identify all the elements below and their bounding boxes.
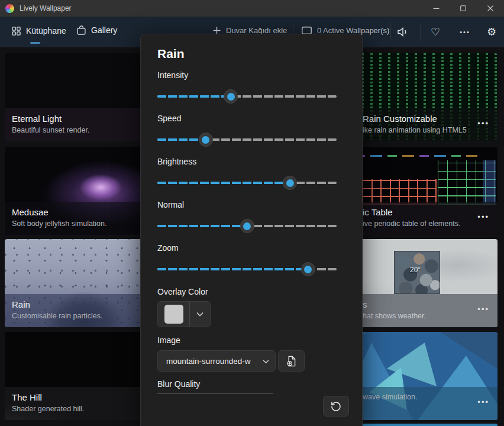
browse-image-button[interactable]	[278, 350, 305, 372]
tile-subtitle: Soft body jellyfish simulation.	[12, 218, 160, 229]
nav-divider	[421, 22, 421, 41]
nav-library[interactable]: Kütüphane	[12, 26, 66, 36]
app-logo-icon	[5, 4, 14, 13]
tile-title: Medusae	[12, 206, 160, 218]
speed-slider-group: Speed	[157, 114, 337, 149]
tile-title: s	[363, 299, 490, 311]
tile-title: Rain	[12, 299, 160, 311]
close-icon	[487, 5, 493, 11]
ellipsis-icon: •••	[460, 28, 470, 36]
rain-customization-panel: Rain Intensity Speed Brightness Normal	[140, 34, 363, 426]
slider-thumb[interactable]	[224, 89, 238, 104]
library-grid-icon	[12, 27, 21, 36]
normal-slider[interactable]	[157, 225, 337, 227]
nav-gallery[interactable]: Gallery	[77, 25, 117, 35]
slider-fill	[157, 95, 231, 98]
tile-title: The Hill	[12, 392, 160, 404]
slider-thumb[interactable]	[199, 133, 213, 147]
chevron-down-icon	[196, 312, 203, 317]
slider-label: Zoom	[157, 243, 337, 253]
nav-library-label: Kütüphane	[26, 26, 66, 36]
tile-title: ic Table	[363, 206, 490, 218]
slider-label: Speed	[157, 114, 337, 123]
reset-undo-icon	[330, 401, 342, 412]
settings-button[interactable]: ⚙	[484, 24, 499, 40]
combobox-chevron	[263, 356, 269, 366]
brightness-slider[interactable]	[157, 182, 337, 184]
slider-thumb[interactable]	[283, 176, 297, 190]
minimize-icon	[433, 5, 440, 12]
image-combobox[interactable]: mountain-surrounded-w	[157, 350, 276, 372]
overlay-color-label: Overlay Color	[157, 287, 208, 296]
speaker-icon	[398, 27, 409, 37]
nav-selected-indicator	[30, 42, 40, 44]
normal-slider-group: Normal	[157, 200, 337, 235]
brightness-slider-group: Brightness	[157, 157, 337, 192]
overlay-color-dropdown[interactable]	[190, 312, 210, 317]
app-title: Lively Wallpaper	[20, 4, 72, 12]
close-button[interactable]	[477, 0, 504, 17]
image-selected-value: mountain-surrounded-w	[166, 357, 263, 366]
file-upload-icon	[285, 355, 298, 367]
tile-subtitle: wave simulation.	[363, 392, 490, 402]
weather-temperature: 20°	[410, 266, 421, 274]
titlebar: Lively Wallpaper	[0, 0, 504, 17]
panel-title: Rain	[157, 47, 185, 61]
periodic-grid-right	[438, 160, 496, 205]
slider-label: Brightness	[157, 157, 337, 166]
tile-subtitle: Beautiful sunset render.	[12, 125, 160, 135]
gallery-bag-icon	[77, 25, 86, 35]
tile-title: Rain Customizable	[363, 113, 490, 125]
tile-subtitle: Shader generated hill.	[12, 404, 160, 414]
slider-fill	[157, 225, 247, 227]
overlay-color-picker[interactable]	[157, 301, 211, 327]
gear-icon: ⚙	[487, 27, 496, 37]
reset-button[interactable]	[323, 396, 349, 417]
blur-quality-label: Blur Quality	[157, 379, 200, 389]
tile-subtitle: hat shows weather.	[363, 311, 490, 321]
tile-title: Eternal Light	[12, 113, 160, 125]
tile-subtitle: ike rain animation using HTML5	[363, 125, 490, 135]
maximize-button[interactable]	[450, 0, 477, 17]
volume-button[interactable]	[395, 24, 411, 40]
more-menu-button[interactable]: •••	[457, 24, 473, 40]
tile-subtitle: Customisable rain particles.	[12, 311, 160, 321]
minimize-button[interactable]	[422, 0, 450, 17]
slider-fill	[157, 182, 290, 184]
slider-label: Normal	[157, 200, 337, 209]
chevron-down-icon	[263, 359, 269, 364]
zoom-slider[interactable]	[157, 268, 337, 270]
image-label: Image	[157, 335, 180, 345]
intensity-slider-group: Intensity	[157, 70, 337, 106]
nav-gallery-label: Gallery	[91, 25, 117, 35]
slider-fill	[157, 268, 308, 270]
blur-quality-divider	[157, 393, 273, 394]
stones-photo: 20°	[394, 251, 440, 294]
overlay-color-swatch[interactable]	[164, 305, 183, 324]
slider-label: Intensity	[157, 70, 337, 80]
slider-thumb[interactable]	[240, 219, 254, 233]
lively-wallpaper-window: Lively Wallpaper Kütüphane	[0, 0, 504, 426]
heart-icon: ♡	[431, 27, 440, 37]
tile-subtitle: ive periodic table of elements.	[363, 218, 490, 229]
maximize-icon	[460, 5, 466, 11]
slider-thumb[interactable]	[301, 262, 315, 276]
intensity-slider[interactable]	[157, 95, 337, 98]
nav-divider	[390, 22, 390, 41]
favorites-button[interactable]: ♡	[428, 24, 443, 40]
zoom-slider-group: Zoom	[157, 243, 337, 279]
speed-slider[interactable]	[157, 138, 337, 141]
